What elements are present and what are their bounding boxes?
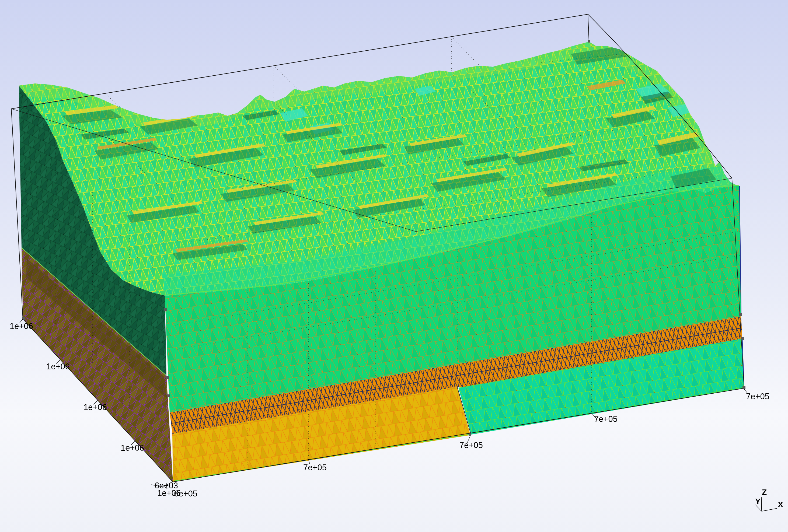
x-axis-label: 7e+05 bbox=[746, 392, 769, 401]
x-axis-label: 7e+05 bbox=[303, 463, 327, 472]
scene-canvas[interactable]: 1e+06 1e+06 1e+06 1e+06 7e+05 7e+05 7e+0… bbox=[0, 0, 788, 532]
origin-x-label: 6e+05 bbox=[174, 489, 197, 498]
y-axis-label: 1e+06 bbox=[10, 321, 33, 331]
y-axis-label: 1e+06 bbox=[121, 443, 144, 453]
triad-z-label: Z bbox=[762, 488, 767, 496]
triad-x-label: X bbox=[778, 500, 783, 509]
x-axis-label: 7e+05 bbox=[594, 414, 617, 424]
triad-y-label: Y bbox=[755, 497, 761, 506]
y-axis-label: 1e+06 bbox=[83, 402, 107, 412]
y-axis-label: 1e+06 bbox=[46, 362, 70, 371]
render-viewport[interactable]: 1e+06 1e+06 1e+06 1e+06 7e+05 7e+05 7e+0… bbox=[0, 0, 788, 532]
x-axis-label: 7e+05 bbox=[459, 440, 483, 450]
